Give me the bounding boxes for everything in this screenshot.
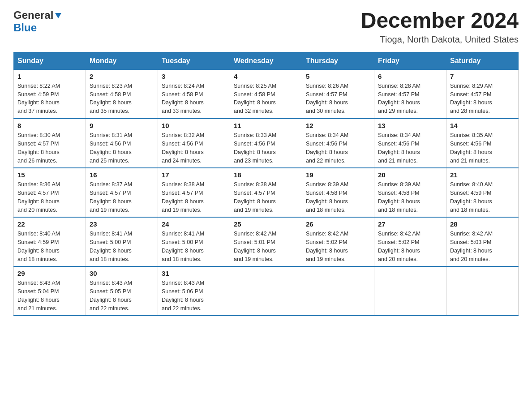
day-number: 15 [17,171,82,179]
day-number: 3 [162,73,226,80]
table-row: 15Sunrise: 8:36 AMSunset: 4:57 PMDayligh… [14,168,86,217]
day-info: Sunrise: 8:28 AMSunset: 4:57 PMDaylight:… [378,82,442,116]
table-row: 9Sunrise: 8:31 AMSunset: 4:56 PMDaylight… [86,119,158,168]
day-info: Sunrise: 8:41 AMSunset: 5:00 PMDaylight:… [90,230,154,263]
table-row: 25Sunrise: 8:42 AMSunset: 5:01 PMDayligh… [230,217,302,266]
day-number: 4 [234,73,298,80]
day-number: 8 [17,122,82,129]
day-number: 16 [90,171,154,179]
day-number: 9 [90,122,154,129]
day-number: 30 [90,270,154,277]
day-number: 12 [306,122,370,129]
day-number: 2 [90,73,154,80]
table-row: 31Sunrise: 8:43 AMSunset: 5:06 PMDayligh… [158,266,230,316]
day-info: Sunrise: 8:29 AMSunset: 4:57 PMDaylight:… [450,82,515,116]
day-info: Sunrise: 8:42 AMSunset: 5:01 PMDaylight:… [234,230,298,263]
table-row: 1Sunrise: 8:22 AMSunset: 4:59 PMDaylight… [14,69,86,119]
table-row: 10Sunrise: 8:32 AMSunset: 4:56 PMDayligh… [158,119,230,168]
svg-marker-0 [55,13,61,18]
day-info: Sunrise: 8:38 AMSunset: 4:57 PMDaylight:… [234,180,298,214]
calendar-table: Sunday Monday Tuesday Wednesday Thursday… [13,52,519,317]
col-tuesday: Tuesday [158,52,230,69]
day-info: Sunrise: 8:40 AMSunset: 4:59 PMDaylight:… [450,180,515,214]
calendar-body: 1Sunrise: 8:22 AMSunset: 4:59 PMDaylight… [14,69,519,316]
table-row: 14Sunrise: 8:35 AMSunset: 4:56 PMDayligh… [446,119,519,168]
day-info: Sunrise: 8:34 AMSunset: 4:56 PMDaylight:… [378,131,442,165]
day-info: Sunrise: 8:34 AMSunset: 4:56 PMDaylight:… [306,131,370,165]
table-row: 24Sunrise: 8:41 AMSunset: 5:00 PMDayligh… [158,217,230,266]
day-info: Sunrise: 8:31 AMSunset: 4:56 PMDaylight:… [90,131,154,165]
table-row: 7Sunrise: 8:29 AMSunset: 4:57 PMDaylight… [446,69,519,119]
table-row: 5Sunrise: 8:26 AMSunset: 4:57 PMDaylight… [302,69,374,119]
day-number: 27 [378,220,442,228]
calendar-subtitle: Tioga, North Dakota, United States [361,34,519,45]
col-sunday: Sunday [14,52,86,69]
title-block: December 2024 Tioga, North Dakota, Unite… [361,9,519,45]
day-info: Sunrise: 8:39 AMSunset: 4:58 PMDaylight:… [306,180,370,214]
logo-blue-text: Blue [13,21,37,34]
table-row: 27Sunrise: 8:42 AMSunset: 5:02 PMDayligh… [374,217,446,266]
table-row: 13Sunrise: 8:34 AMSunset: 4:56 PMDayligh… [374,119,446,168]
day-info: Sunrise: 8:41 AMSunset: 5:00 PMDaylight:… [162,230,226,263]
day-number: 24 [162,220,226,228]
table-row: 3Sunrise: 8:24 AMSunset: 4:58 PMDaylight… [158,69,230,119]
table-row [446,266,519,316]
day-number: 28 [450,220,515,228]
day-info: Sunrise: 8:22 AMSunset: 4:59 PMDaylight:… [17,82,82,116]
table-row: 28Sunrise: 8:42 AMSunset: 5:03 PMDayligh… [446,217,519,266]
table-row: 19Sunrise: 8:39 AMSunset: 4:58 PMDayligh… [302,168,374,217]
day-number: 21 [450,171,515,179]
day-number: 10 [162,122,226,129]
calendar-week-row: 29Sunrise: 8:43 AMSunset: 5:04 PMDayligh… [14,266,519,316]
col-saturday: Saturday [446,52,519,69]
day-number: 26 [306,220,370,228]
calendar-week-row: 22Sunrise: 8:40 AMSunset: 4:59 PMDayligh… [14,217,519,266]
table-row [302,266,374,316]
day-number: 6 [378,73,442,80]
day-number: 7 [450,73,515,80]
day-number: 31 [162,270,226,277]
day-info: Sunrise: 8:30 AMSunset: 4:57 PMDaylight:… [17,131,82,165]
col-monday: Monday [86,52,158,69]
table-row: 23Sunrise: 8:41 AMSunset: 5:00 PMDayligh… [86,217,158,266]
logo: General Blue [13,9,62,34]
header-row: Sunday Monday Tuesday Wednesday Thursday… [14,52,519,69]
col-friday: Friday [374,52,446,69]
table-row [374,266,446,316]
table-row: 8Sunrise: 8:30 AMSunset: 4:57 PMDaylight… [14,119,86,168]
day-number: 13 [378,122,442,129]
day-info: Sunrise: 8:42 AMSunset: 5:03 PMDaylight:… [450,230,515,263]
calendar-header: Sunday Monday Tuesday Wednesday Thursday… [14,52,519,69]
day-info: Sunrise: 8:37 AMSunset: 4:57 PMDaylight:… [90,180,154,214]
day-number: 19 [306,171,370,179]
day-number: 29 [17,270,82,277]
col-thursday: Thursday [302,52,374,69]
day-number: 1 [17,73,82,80]
day-number: 23 [90,220,154,228]
day-info: Sunrise: 8:24 AMSunset: 4:58 PMDaylight:… [162,82,226,116]
table-row: 2Sunrise: 8:23 AMSunset: 4:58 PMDaylight… [86,69,158,119]
table-row: 30Sunrise: 8:43 AMSunset: 5:05 PMDayligh… [86,266,158,316]
table-row [230,266,302,316]
day-info: Sunrise: 8:42 AMSunset: 5:02 PMDaylight:… [378,230,442,263]
table-row: 12Sunrise: 8:34 AMSunset: 4:56 PMDayligh… [302,119,374,168]
calendar-week-row: 1Sunrise: 8:22 AMSunset: 4:59 PMDaylight… [14,69,519,119]
logo-general-text: General [13,9,53,21]
day-info: Sunrise: 8:43 AMSunset: 5:05 PMDaylight:… [90,279,154,313]
day-info: Sunrise: 8:39 AMSunset: 4:58 PMDaylight:… [378,180,442,214]
day-info: Sunrise: 8:42 AMSunset: 5:02 PMDaylight:… [306,230,370,263]
day-info: Sunrise: 8:36 AMSunset: 4:57 PMDaylight:… [17,180,82,214]
table-row: 29Sunrise: 8:43 AMSunset: 5:04 PMDayligh… [14,266,86,316]
day-number: 25 [234,220,298,228]
calendar-week-row: 15Sunrise: 8:36 AMSunset: 4:57 PMDayligh… [14,168,519,217]
day-number: 22 [17,220,82,228]
page-header: General Blue December 2024 Tioga, North … [13,9,519,45]
day-info: Sunrise: 8:43 AMSunset: 5:06 PMDaylight:… [162,279,226,313]
table-row: 6Sunrise: 8:28 AMSunset: 4:57 PMDaylight… [374,69,446,119]
day-number: 11 [234,122,298,129]
day-info: Sunrise: 8:25 AMSunset: 4:58 PMDaylight:… [234,82,298,116]
day-info: Sunrise: 8:32 AMSunset: 4:56 PMDaylight:… [162,131,226,165]
day-number: 14 [450,122,515,129]
table-row: 21Sunrise: 8:40 AMSunset: 4:59 PMDayligh… [446,168,519,217]
calendar-title: December 2024 [361,9,519,33]
